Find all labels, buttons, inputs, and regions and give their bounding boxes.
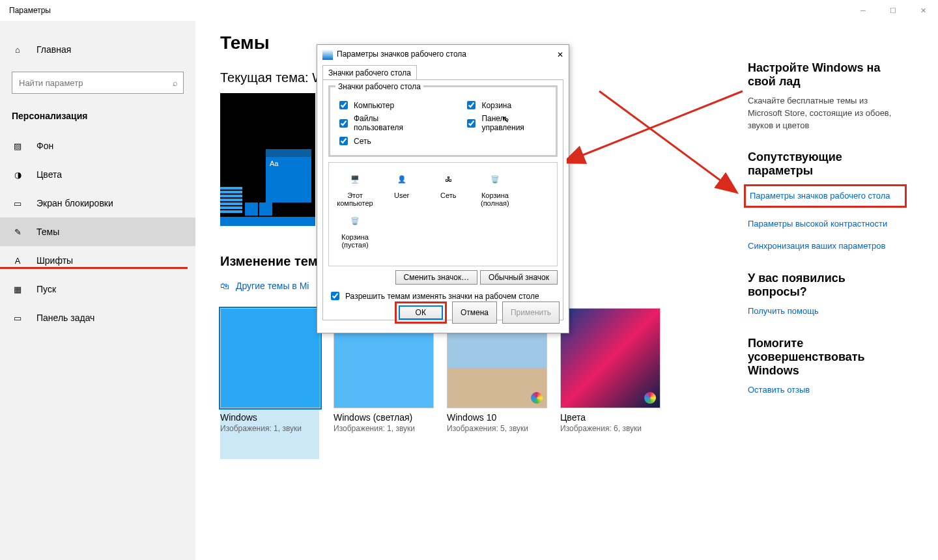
rc-text-store: Скачайте бесплатные темы из Microsoft St… <box>748 95 903 132</box>
sidebar-item-label: Пуск <box>36 284 56 294</box>
taskbar-icon: ▭ <box>12 313 23 323</box>
check-allow-themes[interactable]: Разрешить темам изменять значки на рабоч… <box>328 290 539 302</box>
sidebar-item-lockscreen[interactable]: ▭ Экран блокировки <box>0 189 195 217</box>
cancel-button[interactable]: Отмена <box>452 301 497 324</box>
change-icon-button[interactable]: Сменить значок… <box>395 270 478 285</box>
image-icon: ▨ <box>12 141 23 151</box>
cursor-icon: ↖ <box>502 114 509 124</box>
sidebar-home[interactable]: ⌂ Главная <box>0 35 195 64</box>
theme-name: Windows (светлая) <box>334 412 433 423</box>
fonts-icon: A <box>12 256 23 266</box>
sidebar-item-start[interactable]: ▦ Пуск <box>0 275 195 303</box>
sidebar-item-label: Фон <box>36 141 53 151</box>
theme-name: Цвета <box>560 412 659 423</box>
link-get-help[interactable]: Получить помощь <box>748 305 903 317</box>
icon-this-pc[interactable]: 🖥️Этот компьютер <box>334 168 376 207</box>
search-input-wrap[interactable]: ⌕ <box>12 72 184 94</box>
theme-name: Windows <box>220 412 319 423</box>
home-icon: ⌂ <box>12 45 23 55</box>
dialog-icon <box>322 49 333 60</box>
themes-icon: ✎ <box>12 227 23 237</box>
sidebar-item-taskbar[interactable]: ▭ Панель задач <box>0 303 195 332</box>
store-icon: 🛍 <box>220 281 229 291</box>
sidebar-item-label: Экран блокировки <box>36 198 113 208</box>
sidebar-item-label: Шрифты <box>36 255 73 266</box>
close-button[interactable]: ✕ <box>908 0 938 21</box>
check-network[interactable]: Сеть <box>337 135 425 147</box>
check-recycle[interactable]: Корзина <box>464 99 549 111</box>
theme-sub: Изображения: 5, звуки <box>447 424 546 433</box>
theme-card-colors[interactable]: Цвета Изображения: 6, звуки <box>560 308 659 459</box>
rc-heading-feedback: Помогите усовершенствовать Windows <box>748 337 903 378</box>
theme-sub: Изображения: 6, звуки <box>560 424 659 433</box>
start-icon: ▦ <box>12 285 23 294</box>
sidebar: ⌂ Главная ⌕ Персонализация ▨ Фон ◑ Цвета… <box>0 21 195 560</box>
lockscreen-icon: ▭ <box>12 199 23 208</box>
minimize-button[interactable]: ─ <box>848 0 878 21</box>
theme-preview: Aa <box>220 93 315 226</box>
dialog-tab[interactable]: Значки рабочего стола <box>322 65 417 80</box>
apply-button[interactable]: Применить <box>502 301 560 324</box>
annotation-underline <box>0 267 188 269</box>
icon-network[interactable]: 🖧Сеть <box>427 168 469 199</box>
default-icon-button[interactable]: Обычный значок <box>480 270 558 285</box>
rc-heading-related: Сопутствующие параметры <box>748 150 903 178</box>
dialog-close-icon[interactable]: ✕ <box>557 50 563 59</box>
link-feedback[interactable]: Оставить отзыв <box>748 384 903 396</box>
right-column: Настройте Windows на свой лад Скачайте б… <box>748 61 903 406</box>
theme-card-windows[interactable]: Windows Изображения: 1, звуки <box>220 308 319 459</box>
icon-user[interactable]: 👤User <box>381 168 423 199</box>
palette-icon: ◑ <box>12 170 23 180</box>
theme-sub: Изображения: 1, звуки <box>334 424 433 433</box>
link-sync-settings[interactable]: Синхронизация ваших параметров <box>748 240 903 252</box>
maximize-button[interactable]: ☐ <box>878 0 908 21</box>
link-high-contrast[interactable]: Параметры высокой контрастности <box>748 218 903 230</box>
icon-recycle-empty[interactable]: 🗑️Корзина (пустая) <box>334 210 376 249</box>
sidebar-home-label: Главная <box>36 44 71 55</box>
search-icon: ⌕ <box>173 78 178 88</box>
sidebar-item-label: Панель задач <box>36 313 94 323</box>
search-input[interactable] <box>18 77 173 89</box>
sidebar-item-fonts[interactable]: A Шрифты <box>0 246 195 275</box>
ok-button[interactable]: ОК <box>399 305 443 320</box>
sidebar-item-label: Темы <box>36 227 59 237</box>
group-legend: Значки рабочего стола <box>335 82 423 91</box>
icon-recycle-full[interactable]: 🗑️Корзина (полная) <box>474 168 516 207</box>
sidebar-item-background[interactable]: ▨ Фон <box>0 132 195 160</box>
annotation-ok-highlight: ОК <box>395 301 447 324</box>
sidebar-item-colors[interactable]: ◑ Цвета <box>0 160 195 189</box>
window-title: Параметры <box>9 6 51 15</box>
check-computer[interactable]: Компьютер <box>337 99 425 111</box>
more-themes-label: Другие темы в Mi <box>236 281 309 291</box>
sidebar-item-themes[interactable]: ✎ Темы <box>0 217 195 246</box>
sidebar-item-label: Цвета <box>36 169 62 180</box>
theme-name: Windows 10 <box>447 412 546 423</box>
desktop-icons-dialog: Параметры значков рабочего стола ✕ Значк… <box>317 44 569 333</box>
rc-heading-customize: Настройте Windows на свой лад <box>748 61 903 89</box>
link-desktop-icons[interactable]: Параметры значков рабочего стола <box>744 184 907 208</box>
rc-heading-questions: У вас появились вопросы? <box>748 272 903 299</box>
theme-sub: Изображения: 1, звуки <box>220 424 319 433</box>
icon-preview-box: 🖥️Этот компьютер 👤User 🖧Сеть 🗑️Корзина (… <box>328 162 558 266</box>
check-user-files[interactable]: Файлы пользователя <box>337 114 425 132</box>
sidebar-section: Персонализация <box>0 104 195 132</box>
desktop-icons-group: Значки рабочего стола Компьютер Файлы по… <box>328 85 558 157</box>
dialog-title: Параметры значков рабочего стола <box>337 49 466 59</box>
